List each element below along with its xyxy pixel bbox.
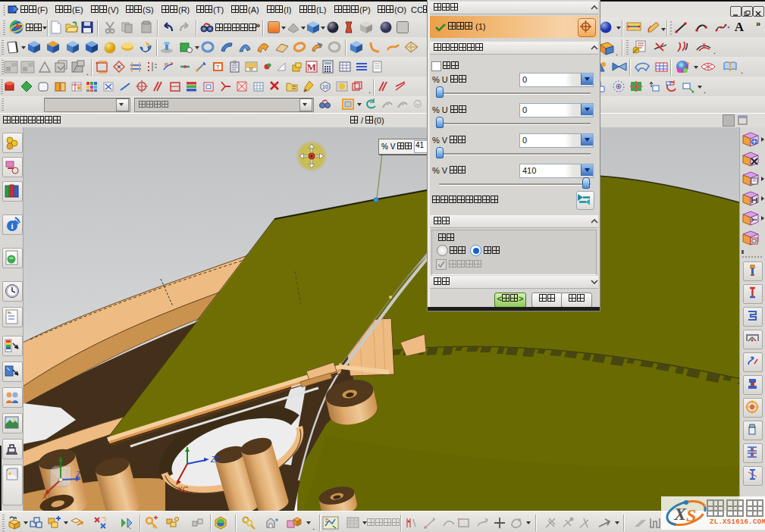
svg-text:M: M: [307, 61, 316, 73]
svg-text:S: S: [686, 505, 696, 525]
svg-text:R: R: [165, 62, 168, 67]
svg-text:X: X: [42, 493, 48, 500]
svg-text:ZC: ZC: [210, 455, 221, 464]
svg-text:X: X: [673, 504, 687, 524]
svg-text:XC: XC: [177, 486, 189, 494]
svg-text:T: T: [216, 64, 220, 70]
svg-text:i: i: [11, 221, 13, 230]
svg-text:10: 10: [322, 84, 328, 89]
svg-text:Z: Z: [75, 471, 81, 479]
svg-text:A: A: [735, 20, 745, 33]
svg-text:M: M: [249, 67, 253, 71]
